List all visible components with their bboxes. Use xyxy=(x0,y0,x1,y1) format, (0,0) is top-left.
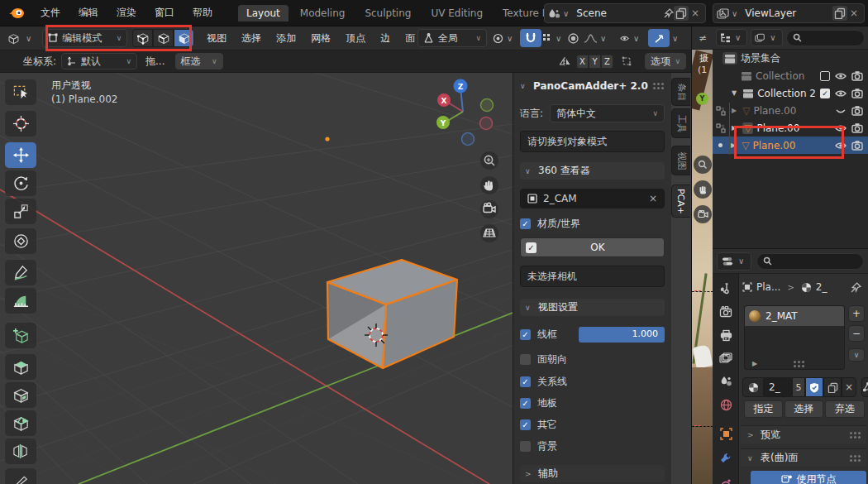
wireframe-checkbox[interactable]: ✓ xyxy=(520,329,531,340)
select-box-tool[interactable] xyxy=(5,79,36,105)
menu-render[interactable]: 渲染 xyxy=(107,6,145,20)
options-dropdown[interactable]: 选项 ∨ xyxy=(645,53,686,69)
wireframe-slider[interactable]: 1.000 xyxy=(579,327,665,343)
workspace-tab-modeling[interactable]: Modeling xyxy=(292,5,354,22)
menu-file[interactable]: 文件 xyxy=(31,6,69,20)
row-scene-collection[interactable]: 场景集合 xyxy=(713,50,868,67)
relationship-lines-row[interactable]: ✓ 关系线 xyxy=(520,375,665,389)
workspace-tab-sculpting[interactable]: Sculpting xyxy=(356,5,419,22)
disable-render-icon[interactable] xyxy=(851,105,863,117)
tab-view-layer[interactable] xyxy=(713,347,739,369)
strip-header[interactable]: ≠ xyxy=(692,26,713,50)
add-cube-tool[interactable] xyxy=(5,323,36,348)
cursor-tool[interactable] xyxy=(5,111,36,137)
material-world-row[interactable]: ✓ 材质/世界 xyxy=(520,217,665,231)
menu-add[interactable]: 添加 xyxy=(269,31,303,46)
row-collection-2[interactable]: ▼ Collection 2 ✓ xyxy=(713,84,868,102)
loop-cut-tool[interactable] xyxy=(5,438,36,464)
hide-eye-icon[interactable] xyxy=(835,88,847,99)
expand-icon[interactable]: ▶ xyxy=(729,124,739,132)
nodetree-dropdown[interactable]: ∨ xyxy=(861,377,868,397)
strip-zoom-button[interactable] xyxy=(694,156,712,174)
hide-eye-icon[interactable] xyxy=(835,140,847,151)
menu-window[interactable]: 窗口 xyxy=(145,6,184,20)
sidebar-tab-view[interactable]: 视图 xyxy=(671,146,690,175)
assign-button[interactable]: 指定 xyxy=(744,400,783,418)
expand-icon[interactable]: ▼ xyxy=(729,89,739,97)
hide-eye-icon[interactable] xyxy=(835,70,847,82)
slot-expand-icon[interactable]: ▶ xyxy=(750,360,760,367)
rotate-tool[interactable] xyxy=(5,170,36,196)
viewlayer-name[interactable]: ViewLayer xyxy=(740,7,832,19)
section-drag-dots-icon[interactable] xyxy=(850,455,861,462)
outliner-filter-dropdown[interactable]: ∨ xyxy=(751,29,782,46)
show-overlays-button[interactable]: ∨ xyxy=(648,29,680,47)
drag-dots-icon[interactable] xyxy=(653,83,665,89)
orientation-selector[interactable]: 全局 ∨ xyxy=(417,29,487,47)
snap-settings-button[interactable]: ∨ xyxy=(542,33,564,44)
collapse-caret-icon[interactable]: ∨ xyxy=(520,82,528,90)
menu-edge[interactable]: 边 xyxy=(373,31,398,46)
expand-icon[interactable]: ▶ xyxy=(729,107,739,114)
menu-mesh[interactable]: 网格 xyxy=(303,31,338,46)
falloff-selector[interactable]: ∨ xyxy=(584,33,608,44)
new-viewlayer-icon[interactable] xyxy=(832,6,847,21)
exclude-checkbox[interactable]: ✓ xyxy=(820,89,830,98)
slot-specials-button[interactable]: ∨ xyxy=(848,348,865,362)
scene-name[interactable]: Scene xyxy=(571,7,664,19)
tab-modifiers[interactable] xyxy=(713,448,739,469)
use-nodes-button[interactable]: 使用节点 xyxy=(751,471,866,484)
face-orientation-checkbox[interactable] xyxy=(520,354,531,365)
editor-type-button[interactable]: ∨ xyxy=(7,32,34,45)
fake-user-button[interactable] xyxy=(805,377,823,397)
annotate-tool[interactable] xyxy=(5,260,36,285)
strip-gizmo-y-ball[interactable]: Y xyxy=(696,93,708,105)
sidebar-tab-tool[interactable]: 工具 xyxy=(671,108,690,138)
relationship-lines-checkbox[interactable]: ✓ xyxy=(520,376,531,387)
vertex-select-button[interactable] xyxy=(132,29,153,47)
tab-world[interactable] xyxy=(713,394,739,415)
tab-physics[interactable] xyxy=(713,472,739,484)
pin-id-icon[interactable] xyxy=(851,282,861,293)
sidebar-tab-pca[interactable]: PCA+ xyxy=(671,184,690,218)
wireframe-row[interactable]: ✓ 线框 1.000 xyxy=(520,327,665,343)
select-button[interactable]: 选择 xyxy=(785,400,823,418)
drag-label[interactable]: 拖... xyxy=(145,55,165,69)
properties-search-input[interactable] xyxy=(756,253,864,270)
background-row[interactable]: 背景 xyxy=(520,439,665,453)
menu-help[interactable]: 帮助 xyxy=(184,6,222,20)
mode-selector[interactable]: 编辑模式 ∨ xyxy=(42,29,127,47)
knife-tool[interactable] xyxy=(5,468,36,484)
scene-selector[interactable]: ∨ Scene × xyxy=(544,3,706,23)
tab-tool[interactable] xyxy=(713,278,739,300)
browse-material-button[interactable] xyxy=(742,377,764,397)
clear-camera-icon[interactable]: × xyxy=(649,193,657,204)
hidden-eye-icon[interactable] xyxy=(835,105,847,117)
no-camera-notice[interactable]: 未选择相机 xyxy=(520,266,665,287)
display-mode-dropdown[interactable]: ∨ xyxy=(716,29,747,46)
disable-render-icon[interactable] xyxy=(851,88,863,99)
deselect-button[interactable]: 弃选 xyxy=(825,400,865,418)
inset-faces-tool[interactable] xyxy=(5,382,36,408)
extrude-tool[interactable] xyxy=(5,354,36,380)
viewer-section-header[interactable]: ∨ 360 查看器 xyxy=(520,162,665,180)
hide-eye-icon[interactable] xyxy=(835,122,847,134)
tab-render[interactable] xyxy=(713,301,739,323)
breadcrumb-material[interactable]: 2_ xyxy=(816,281,827,293)
row-collection[interactable]: Collection xyxy=(713,67,868,84)
new-scene-icon[interactable] xyxy=(674,6,689,21)
panel-header[interactable]: ∨ PanoCamAdder+ 2.0 xyxy=(520,78,665,94)
disable-render-icon[interactable] xyxy=(851,122,863,134)
measure-tool[interactable] xyxy=(5,288,36,314)
material-slot-active[interactable]: 2_MAT xyxy=(745,306,844,326)
properties-editor-type-button[interactable]: ∨ xyxy=(717,252,751,271)
floor-checkbox[interactable]: ✓ xyxy=(520,398,531,409)
disable-render-icon[interactable] xyxy=(851,70,863,82)
bevel-tool[interactable] xyxy=(5,410,36,436)
view-settings-header[interactable]: ∨ 视图设置 xyxy=(520,299,665,316)
tab-scene[interactable] xyxy=(713,371,739,392)
section-drag-dots-icon[interactable] xyxy=(850,432,861,438)
viewlayer-selector[interactable]: ∨ ViewLayer × xyxy=(713,3,865,23)
strip-camera-button[interactable] xyxy=(694,205,712,223)
strip-pan-button[interactable] xyxy=(694,180,712,199)
